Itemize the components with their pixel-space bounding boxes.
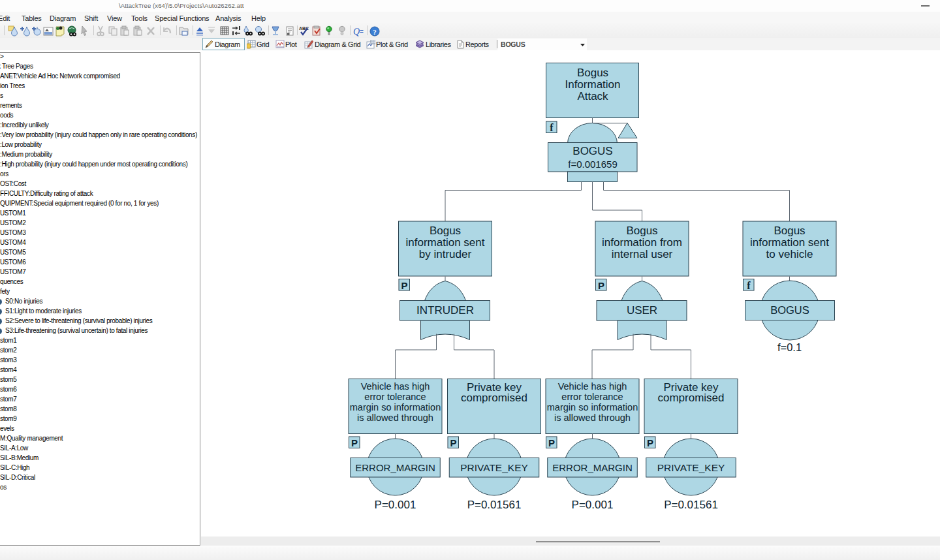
svg-text:internal user: internal user [612,248,673,260]
svg-text:INTRUDER: INTRUDER [416,304,474,317]
svg-text:PRIVATE_KEY: PRIVATE_KEY [460,462,528,473]
svg-text:information from: information from [602,236,682,249]
svg-text:information sent: information sent [750,236,829,249]
svg-text:error tolerance: error tolerance [561,392,623,402]
svg-text:f=0.001659: f=0.001659 [568,159,618,170]
svg-text:compromised: compromised [657,392,724,404]
svg-text:USER: USER [627,304,657,317]
svg-text:Bogus: Bogus [626,225,657,237]
svg-text:by intruder: by intruder [419,248,472,260]
svg-text:P=0.001: P=0.001 [375,499,416,511]
svg-text:margin so information: margin so information [547,402,638,412]
svg-text:P: P [598,280,604,291]
svg-text:information sent: information sent [406,236,485,249]
svg-text:P=0.01561: P=0.01561 [664,499,718,511]
svg-text:ERROR_MARGIN: ERROR_MARGIN [355,462,435,473]
svg-text:f=0.1: f=0.1 [777,341,802,353]
svg-text:f: f [550,122,554,133]
svg-text:?: ? [373,28,377,36]
svg-text:P: P [401,280,407,291]
svg-text:Vehicle has high: Vehicle has high [361,381,430,392]
svg-text:error tolerance: error tolerance [364,392,426,402]
svg-text:BOGUS: BOGUS [770,304,809,316]
svg-text:P: P [351,437,358,448]
svg-text:P=0.001: P=0.001 [572,499,614,511]
svg-text:Bogus: Bogus [774,225,805,237]
svg-text:Attack: Attack [577,90,608,102]
svg-text:P: P [450,437,456,448]
svg-text:ERROR_MARGIN: ERROR_MARGIN [552,462,633,473]
svg-text:is allowed through: is allowed through [554,412,631,423]
svg-text:Bogus: Bogus [430,225,461,237]
svg-text:margin so information: margin so information [350,402,441,412]
svg-text:=: = [360,28,364,35]
svg-text:compromised: compromised [461,392,527,404]
svg-text:P: P [647,437,653,448]
svg-text:Information: Information [565,78,620,91]
svg-text:to vehicle: to vehicle [766,248,813,260]
svg-text:PRIVATE_KEY: PRIVATE_KEY [657,462,725,473]
svg-text:is allowed through: is allowed through [357,412,433,423]
svg-text:P: P [548,437,555,448]
svg-text:P=0.01561: P=0.01561 [467,499,522,511]
svg-text:Q: Q [353,27,360,37]
svg-text:f: f [747,280,751,291]
svg-text:Bogus: Bogus [577,67,608,79]
svg-text:Vehicle has high: Vehicle has high [558,381,627,392]
svg-text:BOGUS: BOGUS [572,145,612,157]
